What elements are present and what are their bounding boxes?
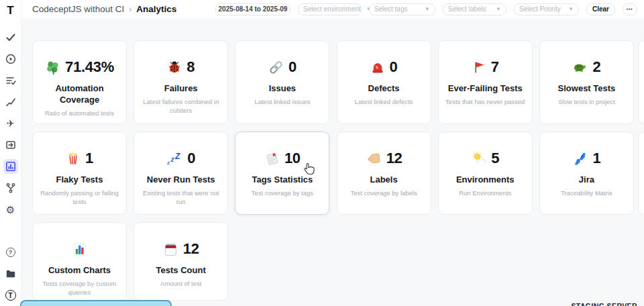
analytics-card[interactable]: 7 Ever-Failing Tests Tests that has neve… — [438, 40, 533, 124]
card-subtitle: Run Environments — [459, 189, 511, 197]
topbar-controls: 2025-08-14 to 2025-09 Select environment… — [215, 3, 637, 15]
tags-filter-select[interactable]: Select tags ▼ — [369, 3, 435, 15]
card-title: Slowest Tests — [558, 83, 616, 95]
sidebar-item-branches[interactable] — [3, 181, 18, 195]
chevron-down-icon: ▼ — [568, 6, 574, 12]
card-subtitle: Latest failures combined in culsters — [141, 97, 221, 115]
sidebar-item-analytics[interactable] — [3, 159, 18, 174]
sidebar-item-help[interactable]: ? — [3, 245, 18, 260]
environment-filter-select[interactable]: Select environment ▼ — [298, 3, 362, 15]
card-icon — [45, 60, 60, 75]
card-title: Failures — [164, 83, 198, 95]
pulse-trend-icon — [5, 97, 16, 107]
sidebar-item-tests[interactable] — [3, 30, 18, 45]
topbar: CodeceptJS without CI › Analytics 2025-0… — [21, 0, 644, 18]
card-title: Tests Count — [156, 265, 206, 276]
turtle-icon — [572, 60, 588, 75]
partial-card-edge — [638, 40, 644, 124]
card-value: 12 — [386, 150, 402, 167]
bottom-toast-peek[interactable] — [20, 300, 172, 306]
analytics-card[interactable]: 2 Slowest Tests Slow tests in project — [539, 40, 634, 124]
sidebar-item-runs[interactable] — [3, 52, 18, 66]
sidebar-item-account[interactable]: T — [3, 288, 18, 303]
breadcrumb-project[interactable]: CodeceptJS without CI — [32, 4, 124, 14]
card-icon — [167, 60, 182, 74]
sidebar-item-import[interactable] — [3, 138, 18, 152]
breadcrumb-separator: › — [129, 5, 131, 14]
card-value: 0 — [187, 150, 195, 167]
tags-filter-placeholder: Select tags — [374, 5, 407, 13]
analytics-card[interactable]: 0 Issues Latest linked issues — [235, 40, 329, 124]
page-title: Analytics — [136, 4, 176, 14]
card-icon — [472, 60, 486, 74]
chevron-down-icon: ▼ — [425, 6, 430, 12]
analytics-card[interactable]: Custom Charts Tests coverage by custom q… — [32, 222, 127, 301]
sidebar-item-settings[interactable]: ⚙ — [3, 202, 18, 217]
card-value: 5 — [491, 150, 499, 167]
card-icon — [370, 60, 385, 74]
card-icon — [268, 60, 284, 75]
card-value: 0 — [288, 58, 297, 76]
card-subtitle: Test coverage by labels — [350, 189, 417, 197]
label-tag-icon — [366, 151, 382, 166]
sidebar-item-pulse[interactable] — [3, 95, 18, 109]
clear-filters-button[interactable]: Clear — [586, 3, 615, 15]
analytics-card[interactable]: 12 Tests Count Amount of test — [133, 222, 228, 301]
link-icon — [268, 60, 284, 75]
card-subtitle: Slow tests in project — [558, 97, 614, 106]
card-subtitle: Test coverage by tags — [252, 189, 313, 197]
card-value: 1 — [85, 150, 93, 167]
analytics-card[interactable]: 71.43% Automation Coverage Ratio of auto… — [32, 40, 127, 124]
card-metric-row: 12 — [366, 150, 402, 167]
analytics-card[interactable]: 0 Defects Latest linked defects — [337, 40, 431, 124]
labels-filter-select[interactable]: Select labels ▼ — [443, 3, 506, 15]
card-metric-row: z z Z 0 — [166, 150, 195, 167]
cards-grid: 71.43% Automation Coverage Ratio of auto… — [32, 40, 634, 301]
card-value: 71.43% — [65, 58, 114, 76]
runs-play-icon — [5, 54, 16, 64]
card-title: Labels — [370, 174, 397, 186]
analytics-card[interactable]: 1 Flaky Tests Randomly passing or failin… — [32, 132, 127, 215]
zzz-icon: z z Z — [166, 151, 182, 166]
sidebar-item-projects[interactable] — [3, 266, 18, 281]
card-icon — [264, 151, 280, 166]
sidebar-item-plane[interactable]: ✈ — [3, 116, 18, 131]
flag-icon — [472, 60, 486, 74]
analytics-card[interactable]: 12 Labels Test coverage by labels — [337, 132, 431, 215]
spiral-calendar-icon — [163, 242, 178, 257]
more-options-button[interactable]: ⋯ — [623, 3, 637, 15]
card-metric-row: 71.43% — [45, 58, 114, 76]
card-title: Never Run Tests — [147, 174, 215, 186]
app-logo[interactable]: T — [7, 4, 13, 17]
account-avatar: T — [5, 290, 16, 301]
card-title: Flaky Tests — [56, 174, 103, 186]
branch-icon — [5, 183, 16, 193]
analytics-card[interactable]: 5 Environments Run Environments — [438, 132, 533, 215]
card-subtitle: Latest linked issues — [254, 97, 310, 106]
jira-logo-icon — [572, 151, 588, 166]
analytics-card[interactable]: 10 Tags Statistics Test coverage by tags — [235, 132, 329, 215]
popcorn-icon — [66, 151, 80, 166]
card-value: 7 — [491, 58, 499, 76]
card-metric-row: 0 — [370, 58, 398, 76]
analytics-card[interactable]: 1 Jira Traceability Matrix — [539, 132, 634, 215]
analytics-card[interactable]: z z Z 0 Never Run Tests Existing tests t… — [133, 132, 228, 215]
siren-icon — [370, 60, 385, 74]
card-metric-row: 12 — [163, 240, 199, 258]
card-title: Defects — [368, 83, 400, 95]
analytics-chart-icon — [5, 161, 16, 172]
card-value: 8 — [186, 58, 195, 76]
gear-icon: ⚙ — [6, 205, 15, 215]
sidebar: T ✈ ⚙ ? T — [0, 0, 21, 306]
date-range-button[interactable]: 2025-08-14 to 2025-09 — [215, 3, 290, 15]
card-title: Custom Charts — [48, 265, 111, 276]
card-title: Automation Coverage — [40, 83, 119, 106]
sidebar-item-test-plans[interactable] — [3, 73, 18, 88]
svg-text:z: z — [170, 155, 174, 162]
card-icon — [66, 151, 80, 166]
card-metric-row: 0 — [268, 58, 297, 76]
priority-filter-select[interactable]: Select Priority ▼ — [514, 3, 579, 15]
card-subtitle: Existing tests that were not run — [141, 189, 221, 207]
analytics-card[interactable]: 8 Failures Latest failures combined in c… — [133, 40, 228, 124]
ladybug-icon — [167, 60, 182, 74]
